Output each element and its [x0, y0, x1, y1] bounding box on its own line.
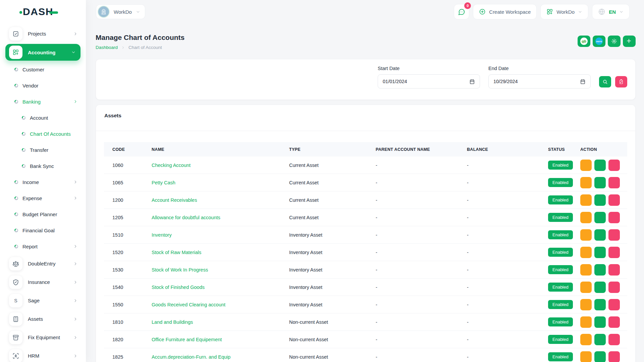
settings-button[interactable]: [608, 36, 621, 47]
sidebar-item-doubleentry[interactable]: DoubleEntry: [0, 254, 86, 273]
activity-button[interactable]: [580, 212, 592, 223]
account-name-link[interactable]: Accum.depreciation-Furn. and Equip: [152, 354, 289, 360]
delete-button[interactable]: [608, 282, 620, 293]
activity-button[interactable]: [580, 177, 592, 188]
sidebar-item-bank-sync[interactable]: Bank Sync: [0, 158, 86, 174]
breadcrumb-dashboard-link[interactable]: Dashboard: [96, 45, 118, 50]
delete-button[interactable]: [608, 334, 620, 345]
account-name-link[interactable]: Stock of Finished Goods: [152, 285, 289, 290]
account-name-link[interactable]: Goods Received Clearing account: [152, 302, 289, 307]
edit-button[interactable]: [594, 282, 606, 293]
activity-button[interactable]: [580, 299, 592, 310]
sidebar-item-expense[interactable]: Expense: [0, 190, 86, 206]
delete-button[interactable]: [608, 160, 620, 171]
activity-button[interactable]: [580, 229, 592, 241]
account-name-link[interactable]: Allowance for doubtful accounts: [152, 215, 289, 220]
account-name-link[interactable]: Petty Cash: [152, 180, 289, 185]
messages-button[interactable]: 0: [454, 4, 469, 19]
edit-button[interactable]: [594, 194, 606, 206]
edit-button[interactable]: [594, 212, 606, 223]
accounts-table: CODENAMETYPEPARENT ACCOUNT NAMEBALANCEST…: [104, 142, 627, 362]
edit-button[interactable]: [594, 351, 606, 362]
sidebar-item-vendor[interactable]: Vendor: [0, 77, 86, 94]
delete-button[interactable]: [608, 194, 620, 206]
activity-button[interactable]: [580, 316, 592, 328]
start-date-input[interactable]: 01/01/2024: [378, 74, 480, 88]
delete-button[interactable]: [608, 316, 620, 328]
sidebar-item-projects[interactable]: Projects: [0, 24, 86, 43]
activity-button[interactable]: [580, 334, 592, 345]
activity-button[interactable]: [580, 160, 592, 171]
account-name-link[interactable]: Stock of Work In Progress: [152, 267, 289, 273]
sidebar-item-report[interactable]: Report: [0, 238, 86, 254]
activity-button[interactable]: [580, 194, 592, 206]
language-selector[interactable]: EN: [592, 4, 630, 19]
edit-button[interactable]: [594, 316, 606, 328]
sidebar-item-assets[interactable]: Assets: [0, 310, 86, 328]
add-account-button[interactable]: [623, 36, 636, 47]
sidebar-item-sage[interactable]: SSage: [0, 291, 86, 310]
sidebar-item-accounting[interactable]: Accounting: [5, 44, 80, 61]
account-name-link[interactable]: Land and Buildings: [152, 319, 289, 325]
activity-button[interactable]: [580, 351, 592, 362]
table-row: 1060 Checking Account Current Asset - - …: [104, 157, 627, 174]
edit-button[interactable]: [594, 160, 606, 171]
edit-button[interactable]: [594, 247, 606, 258]
sidebar-item-hrm[interactable]: HRM: [0, 347, 86, 362]
end-date-input[interactable]: 10/29/2024: [488, 74, 591, 88]
account-name-link[interactable]: Office Furniture and Equipement: [152, 337, 289, 342]
activity-button[interactable]: [580, 264, 592, 276]
table-row: 1530 Stock of Work In Progress Inventory…: [104, 261, 627, 279]
sidebar-item-transfer[interactable]: Transfer: [0, 142, 86, 158]
sidebar-item-insurance[interactable]: Insurance: [0, 273, 86, 291]
account-name-link[interactable]: Checking Account: [152, 163, 289, 168]
title-block: Manage Chart of Accounts Dashboard Chart…: [96, 34, 184, 50]
chevron-right-icon: [73, 196, 78, 200]
delete-button[interactable]: [608, 212, 620, 223]
edit-button[interactable]: [594, 177, 606, 188]
account-name-link[interactable]: Stock of Raw Materials: [152, 250, 289, 255]
activity-icon: [583, 250, 589, 255]
shield-icon: [9, 276, 22, 289]
delete-button[interactable]: [608, 247, 620, 258]
status-badge: Enabled: [548, 195, 573, 204]
chevron-right-icon: [73, 180, 78, 184]
xero-button[interactable]: xero: [593, 36, 605, 47]
status-badge: Enabled: [548, 317, 573, 326]
sidebar-item-label: Accounting: [28, 50, 56, 55]
delete-button[interactable]: [608, 299, 620, 310]
sidebar-item-income[interactable]: Income: [0, 174, 86, 190]
trash-icon: [611, 319, 617, 325]
delete-button[interactable]: [608, 264, 620, 276]
chevron-down-icon: [619, 10, 624, 14]
sidebar-item-budget-planner[interactable]: Budget Planner: [0, 206, 86, 222]
sidebar-item-customer[interactable]: Customer: [0, 61, 86, 77]
account-name-link[interactable]: Inventory: [152, 232, 289, 238]
account-name-link[interactable]: Account Receivables: [152, 197, 289, 203]
trash-icon: [611, 337, 617, 342]
status-badge: Enabled: [548, 283, 573, 292]
edit-button[interactable]: [594, 229, 606, 241]
activity-button[interactable]: [580, 282, 592, 293]
app-switcher-button[interactable]: WorkDo: [540, 4, 588, 19]
reset-filter-button[interactable]: [615, 76, 627, 87]
delete-button[interactable]: [608, 351, 620, 362]
delete-button[interactable]: [608, 229, 620, 241]
sidebar-item-chart-of-accounts[interactable]: Chart Of Accounts: [0, 126, 86, 142]
calendar-icon[interactable]: [469, 79, 475, 84]
create-workspace-button[interactable]: Create Workspace: [473, 4, 537, 19]
sidebar-item-account[interactable]: Account: [0, 110, 86, 126]
quickbooks-button[interactable]: qb: [578, 36, 590, 47]
edit-button[interactable]: [594, 299, 606, 310]
delete-button[interactable]: [608, 177, 620, 188]
pencil-icon: [597, 180, 603, 185]
sidebar-item-financial-goal[interactable]: Financial Goal: [0, 222, 86, 238]
edit-button[interactable]: [594, 334, 606, 345]
sidebar-item-fix-equipment[interactable]: Fix Equipment: [0, 328, 86, 347]
sidebar-item-banking[interactable]: Banking: [0, 94, 86, 110]
calendar-icon[interactable]: [580, 79, 586, 84]
activity-button[interactable]: [580, 247, 592, 258]
workspace-switcher[interactable]: WorkDo: [96, 4, 145, 19]
edit-button[interactable]: [594, 264, 606, 276]
apply-filter-button[interactable]: [599, 76, 611, 87]
